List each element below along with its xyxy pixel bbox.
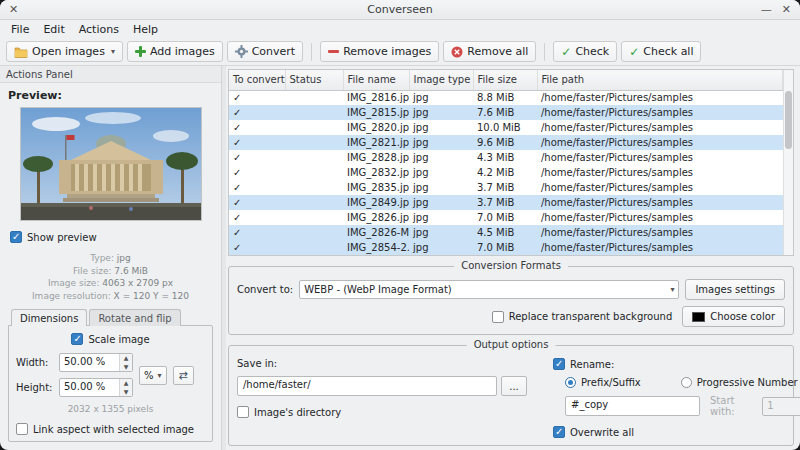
menu-edit[interactable]: Edit <box>36 22 71 37</box>
tab-rotate-and-flip[interactable]: Rotate and flip <box>89 309 180 326</box>
menu-help[interactable]: Help <box>126 22 165 37</box>
row-check[interactable]: ✓ <box>229 180 285 195</box>
remove-all-icon <box>451 46 463 58</box>
width-spinner[interactable]: 50.00 % ▲▼ <box>59 353 133 372</box>
row-path: /home/faster/Pictures/samples <box>537 195 783 210</box>
row-check[interactable]: ✓ <box>229 120 285 135</box>
table-row[interactable]: ✓ IMG_2854-2.j... jpg 7.0 MiB /home/fast… <box>229 240 783 255</box>
row-path: /home/faster/Pictures/samples <box>537 225 783 240</box>
height-spinner[interactable]: 50.00 % ▲▼ <box>59 378 133 397</box>
row-status <box>285 195 343 210</box>
checkbox-box <box>237 406 249 418</box>
row-check[interactable]: ✓ <box>229 225 285 240</box>
close-icon-right[interactable]: ✕ <box>782 4 791 15</box>
checkbox-box <box>71 333 83 345</box>
prefix-suffix-radio[interactable]: Prefix/Suffix <box>565 377 641 388</box>
row-name: IMG_2820.jpg <box>343 120 409 135</box>
row-check[interactable]: ✓ <box>229 90 285 105</box>
replace-transparent-checkbox[interactable]: Replace transparent background <box>492 311 673 323</box>
row-size: 7.0 MiB <box>473 240 537 255</box>
table-row[interactable]: ✓ IMG_2826.jpg jpg 7.0 MiB /home/faster/… <box>229 210 783 225</box>
progressive-number-radio[interactable]: Progressive Number <box>681 377 798 388</box>
images-directory-checkbox[interactable]: Image's directory <box>237 406 527 418</box>
col-file-path[interactable]: File path <box>537 70 783 90</box>
open-images-button[interactable]: Open images ▾ <box>6 41 123 62</box>
file-table-body: ✓ IMG_2816.jpg jpg 8.8 MiB /home/faster/… <box>229 90 783 255</box>
col-file-size[interactable]: File size <box>473 70 537 90</box>
menu-actions[interactable]: Actions <box>72 22 126 37</box>
table-row[interactable]: ✓ IMG_2835.jpg jpg 3.7 MiB /home/faster/… <box>229 180 783 195</box>
checkbox-box <box>553 426 565 438</box>
table-row[interactable]: ✓ IMG_2832.jpg jpg 4.2 MiB /home/faster/… <box>229 165 783 180</box>
unit-select[interactable]: % ▾ <box>139 366 167 385</box>
row-size: 4.5 MiB <box>473 225 537 240</box>
check-all-button[interactable]: ✓ Check all <box>621 41 701 62</box>
start-with-spinner[interactable]: 1 ▲▼ <box>762 397 800 416</box>
rename-pattern-input[interactable]: #_copy <box>565 396 700 416</box>
conversion-formats-title: Conversion Formats <box>454 260 568 271</box>
row-name: IMG_2815.jpg <box>343 105 409 120</box>
show-preview-checkbox[interactable]: Show preview <box>10 231 97 243</box>
scrollbar-thumb[interactable] <box>785 91 792 149</box>
checkbox-box <box>492 311 504 323</box>
height-label: Height: <box>16 382 54 393</box>
chevron-down-icon: ▾ <box>670 285 674 294</box>
reset-dimensions-button[interactable]: ⇄ <box>173 366 194 385</box>
table-scrollbar[interactable] <box>783 70 793 255</box>
check-button[interactable]: ✓ Check <box>553 41 617 62</box>
row-type: jpg <box>409 240 473 255</box>
row-name: IMG_2828.jpg <box>343 150 409 165</box>
table-row[interactable]: ✓ IMG_2826-M... jpg 4.5 MiB /home/faster… <box>229 225 783 240</box>
col-to-convert[interactable]: To convert <box>229 70 285 90</box>
row-check[interactable]: ✓ <box>229 210 285 225</box>
convert-button[interactable]: Convert <box>227 41 304 62</box>
close-icon[interactable]: ✕ <box>9 4 18 15</box>
add-icon <box>135 46 146 57</box>
row-check[interactable]: ✓ <box>229 195 285 210</box>
table-row[interactable]: ✓ IMG_2815.jpg jpg 7.6 MiB /home/faster/… <box>229 105 783 120</box>
save-path-input[interactable]: /home/faster/ <box>237 376 497 396</box>
col-status[interactable]: Status <box>285 70 343 90</box>
table-row[interactable]: ✓ IMG_2849.jpg jpg 3.7 MiB /home/faster/… <box>229 195 783 210</box>
table-row[interactable]: ✓ IMG_2820.jpg jpg 10.0 MiB /home/faster… <box>229 120 783 135</box>
row-type: jpg <box>409 150 473 165</box>
overwrite-all-checkbox[interactable]: Overwrite all <box>553 426 800 438</box>
spinner-arrows[interactable]: ▲▼ <box>119 379 132 396</box>
row-status <box>285 105 343 120</box>
row-check[interactable]: ✓ <box>229 165 285 180</box>
images-settings-button[interactable]: Images settings <box>685 279 785 300</box>
table-row[interactable]: ✓ IMG_2816.jpg jpg 8.8 MiB /home/faster/… <box>229 90 783 105</box>
row-type: jpg <box>409 90 473 105</box>
row-status <box>285 180 343 195</box>
format-select[interactable]: WEBP - (WebP Image Format) ▾ <box>299 280 679 299</box>
table-row[interactable]: ✓ IMG_2821.jpg jpg 9.6 MiB /home/faster/… <box>229 135 783 150</box>
rename-checkbox[interactable]: Rename: <box>553 358 800 370</box>
tab-dimensions[interactable]: Dimensions <box>11 309 87 326</box>
row-size: 8.8 MiB <box>473 90 537 105</box>
main-area: To convert Status File name Image type F… <box>226 66 800 450</box>
browse-button[interactable]: ... <box>501 376 527 396</box>
link-aspect-checkbox[interactable]: Link aspect with selected image <box>16 423 205 435</box>
row-check[interactable]: ✓ <box>229 105 285 120</box>
row-check[interactable]: ✓ <box>229 150 285 165</box>
row-check[interactable]: ✓ <box>229 240 285 255</box>
remove-images-button[interactable]: Remove images <box>320 41 439 62</box>
menu-file[interactable]: File <box>4 22 36 37</box>
image-info: Type: jpg File size: 7.6 MiB Image size:… <box>8 252 213 302</box>
add-images-button[interactable]: Add images <box>127 41 223 62</box>
resulting-pixels-label: 2032 x 1355 pixels <box>16 404 205 414</box>
radio-dot <box>681 377 692 388</box>
row-type: jpg <box>409 210 473 225</box>
row-check[interactable]: ✓ <box>229 135 285 150</box>
scale-image-checkbox[interactable]: Scale image <box>71 333 149 345</box>
check-all-icon: ✓ <box>629 46 639 58</box>
col-file-name[interactable]: File name <box>343 70 409 90</box>
spinner-arrows[interactable]: ▲▼ <box>119 354 132 371</box>
minimize-icon[interactable]: — <box>761 4 772 15</box>
choose-color-button[interactable]: Choose color <box>682 306 785 327</box>
color-swatch <box>692 312 705 322</box>
col-image-type[interactable]: Image type <box>409 70 473 90</box>
table-row[interactable]: ✓ IMG_2828.jpg jpg 4.3 MiB /home/faster/… <box>229 150 783 165</box>
remove-all-button[interactable]: Remove all <box>443 41 536 62</box>
row-size: 7.0 MiB <box>473 210 537 225</box>
